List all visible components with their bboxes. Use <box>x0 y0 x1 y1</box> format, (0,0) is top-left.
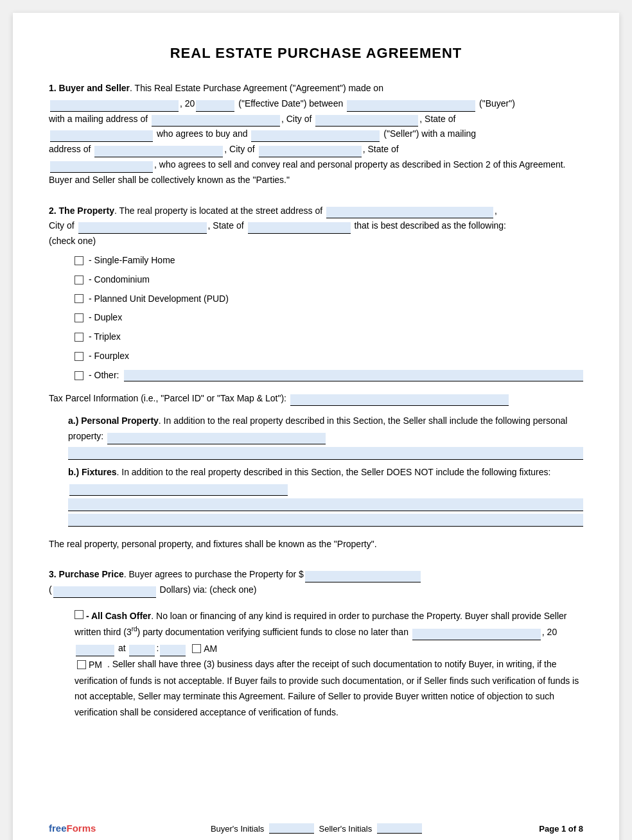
initials-section: Buyer's Initials Seller's Initials <box>211 823 425 834</box>
option-triplex: - Triplex <box>75 329 583 345</box>
parcel-field[interactable] <box>290 394 509 406</box>
purchase-price-field[interactable] <box>305 571 421 582</box>
city-of-label: , City of <box>281 114 312 124</box>
fixtures-section: b.) Fixtures. In addition to the real pr… <box>68 465 583 527</box>
checkbox-pm[interactable] <box>77 660 86 669</box>
sellers-initials-label: Seller's Initials <box>319 824 373 834</box>
dollars-suffix: Dollars) via: (check one) <box>160 584 257 595</box>
section-1-intro: . This Real Estate Purchase Agreement ("… <box>130 83 383 93</box>
cash-offer-rest: . Seller shall have three (3) business d… <box>75 659 579 717</box>
section-1: 1. Buyer and Seller. This Real Estate Pu… <box>49 81 583 188</box>
pm-label: PM <box>89 657 102 673</box>
section-3: 3. Purchase Price. Buyer agrees to purch… <box>49 567 583 720</box>
personal-property-field-2[interactable] <box>68 447 583 460</box>
checkbox-pud[interactable] <box>75 294 83 303</box>
who-agrees-buy: who agrees to buy and <box>157 128 248 139</box>
am-checkbox-group: AM <box>192 641 217 657</box>
buyer-city-field[interactable] <box>315 115 418 127</box>
checkbox-condominium[interactable] <box>75 276 83 284</box>
property-city-field[interactable] <box>78 222 207 234</box>
buyer-state-field[interactable] <box>50 130 153 142</box>
option-pud: - Planned Unit Development (PUD) <box>75 292 583 307</box>
seller-address-field[interactable] <box>94 146 223 157</box>
label-pud: - Planned Unit Development (PUD) <box>89 292 229 307</box>
state-of2-label: , State of <box>363 144 399 154</box>
time-colon: : <box>156 643 159 653</box>
option-other: - Other: <box>75 368 583 383</box>
buyer-suffix: ("Buyer") <box>477 98 515 109</box>
personal-property-section: a.) Personal Property. In addition to th… <box>68 414 583 460</box>
cash-offer-at: at <box>118 643 126 653</box>
checkbox-other[interactable] <box>75 371 83 380</box>
section-1-header: 1. Buyer and Seller <box>49 83 130 93</box>
cash-offer-block: - All Cash Offer. No loan or financing o… <box>75 608 583 720</box>
fixtures-text: . In addition to the real property descr… <box>116 467 550 477</box>
label-triplex: - Triplex <box>89 329 121 345</box>
buyer-name-field[interactable] <box>347 100 475 112</box>
cash-offer-date-field[interactable] <box>412 629 541 640</box>
year-prefix: , 20 <box>180 98 195 109</box>
option-single-family: - Single-Family Home <box>75 253 583 268</box>
label-duplex: - Duplex <box>89 310 122 326</box>
option-fourplex: - Fourplex <box>75 349 583 364</box>
section-2-intro: . The real property is located at the st… <box>114 206 322 216</box>
document-page: REAL ESTATE PURCHASE AGREEMENT 1. Buyer … <box>13 13 619 840</box>
address-of-label: address of <box>49 144 91 154</box>
checkbox-duplex[interactable] <box>75 313 83 322</box>
personal-property-header: a.) Personal Property <box>68 416 159 426</box>
am-label: AM <box>204 641 217 657</box>
fixtures-header: b.) Fixtures <box>68 467 116 477</box>
section-2: 2. The Property. The real property is lo… <box>49 204 583 552</box>
check-one-label: (check one) <box>49 236 96 246</box>
personal-property-field[interactable] <box>107 433 326 444</box>
option-duplex: - Duplex <box>75 310 583 326</box>
cash-offer-20: , 20 <box>542 627 557 637</box>
checkbox-am[interactable] <box>192 644 201 653</box>
effective-date-field[interactable] <box>50 100 179 112</box>
cash-offer-text2: ) party documentation verifying sufficie… <box>137 627 408 637</box>
state-of-label: , State of <box>419 114 455 124</box>
property-address-field[interactable] <box>326 207 493 218</box>
checkbox-single-family[interactable] <box>75 256 83 265</box>
section-3-intro: . Buyer agrees to purchase the Property … <box>124 569 304 579</box>
seller-name-field[interactable] <box>251 130 380 142</box>
document-title: REAL ESTATE PURCHASE AGREEMENT <box>49 45 583 62</box>
seller-city-field[interactable] <box>259 146 362 157</box>
cash-offer-year-field[interactable] <box>76 645 114 656</box>
section-3-header: 3. Purchase Price <box>49 569 124 579</box>
fixtures-field[interactable] <box>69 484 288 496</box>
fixtures-field-3[interactable] <box>68 514 583 527</box>
document-footer: freeForms Buyer's Initials Seller's Init… <box>13 823 619 834</box>
parcel-label: Tax Parcel Information (i.e., "Parcel ID… <box>49 393 286 403</box>
label-fourplex: - Fourplex <box>89 349 129 364</box>
buyer-address-field[interactable] <box>152 115 280 127</box>
other-field[interactable] <box>124 370 583 381</box>
best-described-label: that is best described as the following: <box>354 220 506 231</box>
checkbox-fourplex[interactable] <box>75 352 83 361</box>
section-2-header: 2. The Property <box>49 206 114 216</box>
checkbox-triplex[interactable] <box>75 333 83 342</box>
year-field[interactable] <box>196 100 234 112</box>
with-mailing-label: with a mailing address of <box>49 114 148 124</box>
page-number: Page 1 of 8 <box>539 824 583 834</box>
buyers-initials-label: Buyer's Initials <box>211 824 264 834</box>
brand-free: free <box>49 823 67 834</box>
seller-suffix: ("Seller") with a mailing <box>381 128 476 139</box>
checkbox-cash-offer[interactable] <box>75 610 83 619</box>
state-of-prop-label: , State of <box>208 220 244 231</box>
fixtures-field-2[interactable] <box>68 498 583 511</box>
property-summary: The real property, personal property, an… <box>49 537 583 552</box>
label-single-family: - Single-Family Home <box>89 253 175 268</box>
time-minute-field[interactable] <box>160 645 186 656</box>
seller-state-field[interactable] <box>50 161 153 173</box>
label-other: - Other: <box>89 368 119 383</box>
time-hour-field[interactable] <box>129 645 155 656</box>
property-state-field[interactable] <box>248 222 351 234</box>
sellers-initials-field[interactable] <box>377 823 422 834</box>
effective-date-label: ("Effective Date") between <box>236 98 343 109</box>
buyers-initials-field[interactable] <box>269 823 314 834</box>
superscript-rd: rd <box>132 626 137 633</box>
purchase-price-words-field[interactable] <box>53 586 156 598</box>
parcel-line: Tax Parcel Information (i.e., "Parcel ID… <box>49 391 583 407</box>
brand-forms: Forms <box>67 823 96 834</box>
